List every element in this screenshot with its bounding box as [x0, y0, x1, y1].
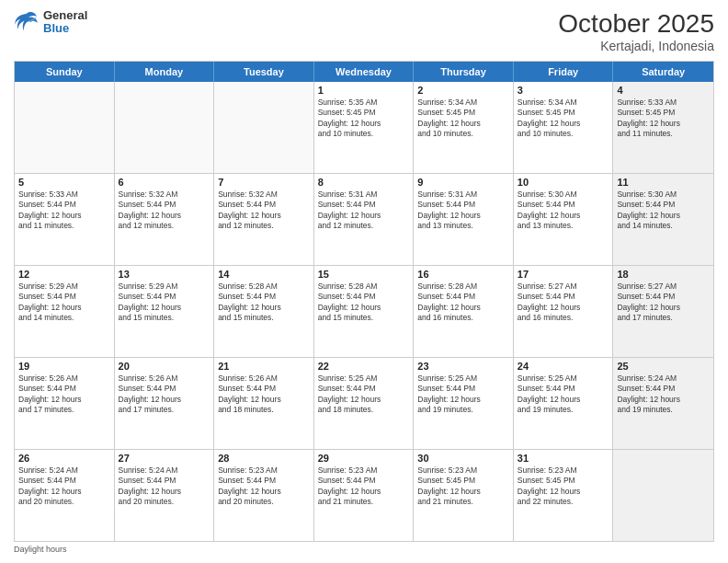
day-cell-21: 21Sunrise: 5:26 AM Sunset: 5:44 PM Dayli… — [214, 358, 314, 449]
cell-text: Sunrise: 5:30 AM Sunset: 5:44 PM Dayligh… — [617, 190, 710, 232]
day-cell-3: 3Sunrise: 5:34 AM Sunset: 5:45 PM Daylig… — [514, 82, 614, 173]
day-cell-10: 10Sunrise: 5:30 AM Sunset: 5:44 PM Dayli… — [514, 174, 614, 265]
day-cell-1: 1Sunrise: 5:35 AM Sunset: 5:45 PM Daylig… — [314, 82, 415, 173]
day-cell-13: 13Sunrise: 5:29 AM Sunset: 5:44 PM Dayli… — [115, 266, 215, 357]
day-number: 26 — [18, 453, 110, 464]
day-number: 13 — [119, 269, 210, 280]
day-number: 15 — [318, 269, 410, 280]
day-number: 1 — [318, 85, 410, 96]
cell-text: Sunrise: 5:33 AM Sunset: 5:45 PM Dayligh… — [617, 98, 710, 140]
calendar-week-2: 5Sunrise: 5:33 AM Sunset: 5:44 PM Daylig… — [15, 174, 713, 266]
day-cell-8: 8Sunrise: 5:31 AM Sunset: 5:44 PM Daylig… — [314, 174, 415, 265]
day-number: 8 — [318, 177, 410, 188]
footer-note: Daylight hours — [14, 542, 714, 554]
cell-text: Sunrise: 5:34 AM Sunset: 5:45 PM Dayligh… — [417, 98, 509, 140]
cell-text: Sunrise: 5:26 AM Sunset: 5:44 PM Dayligh… — [218, 373, 310, 416]
day-number: 2 — [417, 85, 509, 96]
cell-text: Sunrise: 5:25 AM Sunset: 5:44 PM Dayligh… — [518, 373, 609, 416]
day-number: 10 — [518, 177, 609, 188]
day-cell-31: 31Sunrise: 5:23 AM Sunset: 5:45 PM Dayli… — [514, 450, 614, 541]
logo-general: General — [43, 9, 87, 22]
day-cell-24: 24Sunrise: 5:25 AM Sunset: 5:44 PM Dayli… — [514, 358, 614, 449]
day-header-saturday: Saturday — [613, 62, 713, 82]
empty-cell-0-2 — [214, 82, 314, 173]
cell-text: Sunrise: 5:28 AM Sunset: 5:44 PM Dayligh… — [417, 282, 509, 324]
day-number: 23 — [417, 361, 509, 372]
day-number: 21 — [218, 361, 310, 372]
day-number: 25 — [617, 361, 710, 372]
calendar-week-4: 19Sunrise: 5:26 AM Sunset: 5:44 PM Dayli… — [15, 358, 713, 450]
logo: General Blue — [14, 9, 87, 36]
day-number: 19 — [18, 361, 110, 372]
day-cell-27: 27Sunrise: 5:24 AM Sunset: 5:44 PM Dayli… — [115, 450, 215, 541]
day-cell-14: 14Sunrise: 5:28 AM Sunset: 5:44 PM Dayli… — [214, 266, 314, 357]
day-number: 31 — [518, 453, 609, 464]
cell-text: Sunrise: 5:23 AM Sunset: 5:45 PM Dayligh… — [518, 465, 609, 508]
cell-text: Sunrise: 5:27 AM Sunset: 5:44 PM Dayligh… — [518, 282, 609, 324]
day-cell-19: 19Sunrise: 5:26 AM Sunset: 5:44 PM Dayli… — [15, 358, 115, 449]
day-header-sunday: Sunday — [15, 62, 115, 82]
cell-text: Sunrise: 5:35 AM Sunset: 5:45 PM Dayligh… — [318, 98, 410, 140]
day-cell-6: 6Sunrise: 5:32 AM Sunset: 5:44 PM Daylig… — [115, 174, 215, 265]
day-number: 12 — [18, 269, 110, 280]
day-cell-23: 23Sunrise: 5:25 AM Sunset: 5:44 PM Dayli… — [414, 358, 514, 449]
title-block: October 2025 Kertajadi, Indonesia — [558, 9, 714, 53]
day-cell-9: 9Sunrise: 5:31 AM Sunset: 5:44 PM Daylig… — [414, 174, 514, 265]
cell-text: Sunrise: 5:24 AM Sunset: 5:44 PM Dayligh… — [617, 373, 710, 416]
day-cell-26: 26Sunrise: 5:24 AM Sunset: 5:44 PM Dayli… — [15, 450, 115, 541]
logo-bird-icon — [14, 9, 40, 35]
page-subtitle: Kertajadi, Indonesia — [558, 39, 714, 53]
cell-text: Sunrise: 5:25 AM Sunset: 5:44 PM Dayligh… — [318, 373, 410, 416]
day-cell-17: 17Sunrise: 5:27 AM Sunset: 5:44 PM Dayli… — [514, 266, 614, 357]
day-cell-30: 30Sunrise: 5:23 AM Sunset: 5:45 PM Dayli… — [414, 450, 514, 541]
day-cell-28: 28Sunrise: 5:23 AM Sunset: 5:44 PM Dayli… — [214, 450, 314, 541]
logo-text: General Blue — [43, 9, 87, 36]
calendar-body: 1Sunrise: 5:35 AM Sunset: 5:45 PM Daylig… — [15, 82, 713, 541]
cell-text: Sunrise: 5:28 AM Sunset: 5:44 PM Dayligh… — [318, 282, 410, 324]
cell-text: Sunrise: 5:32 AM Sunset: 5:44 PM Dayligh… — [119, 190, 210, 232]
day-cell-11: 11Sunrise: 5:30 AM Sunset: 5:44 PM Dayli… — [613, 174, 713, 265]
day-number: 11 — [617, 177, 710, 188]
day-cell-29: 29Sunrise: 5:23 AM Sunset: 5:44 PM Dayli… — [314, 450, 415, 541]
day-number: 9 — [417, 177, 509, 188]
cell-text: Sunrise: 5:26 AM Sunset: 5:44 PM Dayligh… — [18, 373, 110, 416]
day-number: 16 — [417, 269, 509, 280]
day-cell-4: 4Sunrise: 5:33 AM Sunset: 5:45 PM Daylig… — [613, 82, 713, 173]
cell-text: Sunrise: 5:29 AM Sunset: 5:44 PM Dayligh… — [119, 282, 210, 324]
day-number: 28 — [218, 453, 310, 464]
cell-text: Sunrise: 5:30 AM Sunset: 5:44 PM Dayligh… — [518, 190, 609, 232]
cell-text: Sunrise: 5:26 AM Sunset: 5:44 PM Dayligh… — [119, 373, 210, 416]
day-number: 5 — [18, 177, 110, 188]
day-cell-18: 18Sunrise: 5:27 AM Sunset: 5:44 PM Dayli… — [613, 266, 713, 357]
day-number: 14 — [218, 269, 310, 280]
day-cell-5: 5Sunrise: 5:33 AM Sunset: 5:44 PM Daylig… — [15, 174, 115, 265]
cell-text: Sunrise: 5:23 AM Sunset: 5:44 PM Dayligh… — [318, 465, 410, 508]
empty-cell-4-6 — [613, 450, 713, 541]
calendar-header: SundayMondayTuesdayWednesdayThursdayFrid… — [15, 62, 713, 82]
day-header-friday: Friday — [514, 62, 614, 82]
day-header-monday: Monday — [115, 62, 215, 82]
day-header-wednesday: Wednesday — [314, 62, 415, 82]
day-number: 3 — [518, 85, 609, 96]
cell-text: Sunrise: 5:27 AM Sunset: 5:44 PM Dayligh… — [617, 282, 710, 324]
day-cell-22: 22Sunrise: 5:25 AM Sunset: 5:44 PM Dayli… — [314, 358, 415, 449]
cell-text: Sunrise: 5:28 AM Sunset: 5:44 PM Dayligh… — [218, 282, 310, 324]
logo-blue: Blue — [43, 22, 87, 35]
calendar: SundayMondayTuesdayWednesdayThursdayFrid… — [14, 61, 714, 542]
cell-text: Sunrise: 5:33 AM Sunset: 5:44 PM Dayligh… — [18, 190, 110, 232]
cell-text: Sunrise: 5:29 AM Sunset: 5:44 PM Dayligh… — [18, 282, 110, 324]
day-cell-20: 20Sunrise: 5:26 AM Sunset: 5:44 PM Dayli… — [115, 358, 215, 449]
cell-text: Sunrise: 5:34 AM Sunset: 5:45 PM Dayligh… — [518, 98, 609, 140]
day-number: 17 — [518, 269, 609, 280]
header: General Blue October 2025 Kertajadi, Ind… — [14, 9, 714, 53]
empty-cell-0-0 — [15, 82, 115, 173]
day-cell-12: 12Sunrise: 5:29 AM Sunset: 5:44 PM Dayli… — [15, 266, 115, 357]
cell-text: Sunrise: 5:24 AM Sunset: 5:44 PM Dayligh… — [119, 465, 210, 508]
day-number: 22 — [318, 361, 410, 372]
day-number: 30 — [417, 453, 509, 464]
calendar-week-3: 12Sunrise: 5:29 AM Sunset: 5:44 PM Dayli… — [15, 266, 713, 358]
day-header-tuesday: Tuesday — [214, 62, 314, 82]
cell-text: Sunrise: 5:23 AM Sunset: 5:45 PM Dayligh… — [417, 465, 509, 508]
day-number: 18 — [617, 269, 710, 280]
cell-text: Sunrise: 5:31 AM Sunset: 5:44 PM Dayligh… — [318, 190, 410, 232]
